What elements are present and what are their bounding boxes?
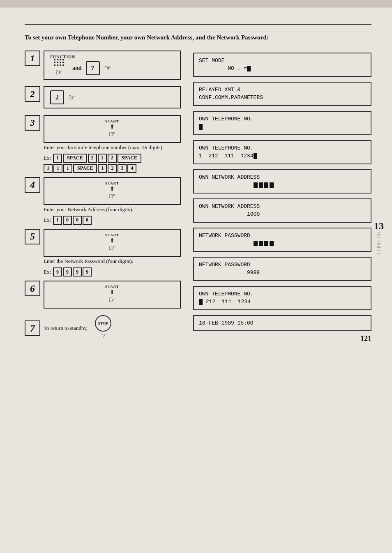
side-lines: |||||||||||||||| [377,233,381,256]
step-3-row: 3 START ⬆ ☞ [25,115,181,143]
step-1-label: FUNCTION [50,55,174,59]
step-7-number: 7 [25,320,40,336]
page-container: To set your own Telephone Number, your o… [0,0,392,553]
step-7-row: 7 To return to standby, STOP ☞ [25,315,181,341]
step-2-number: 2 [25,86,40,102]
start-hand-4: ☞ [108,191,116,201]
hand-icon-2: ☞ [68,92,76,102]
display-own-tel-cursor: OWN TELEPHONE NO. [193,111,371,135]
divider [25,24,371,25]
start-button-4: START ⬆ ☞ [50,181,174,201]
step-5-example: Ex: 9 9 9 9 [44,267,181,276]
start-hand-3: ☞ [108,129,116,139]
cursor-9 [199,299,203,305]
step-4-number: 4 [25,177,40,193]
stop-button-icon: STOP ☞ [95,315,111,341]
step-7-desc: To return to standby, [44,325,88,332]
hand-icon-1: ☞ [55,67,63,77]
step-2-box: 2 ☞ [44,86,181,108]
step-5-desc: Enter the Network Password (four digits)… [44,258,181,276]
step-1-box: FUNCTION ☞ and [44,51,181,80]
main-layout: 1 FUNCTION ☞ [25,51,371,343]
cursor-4 [254,153,257,159]
step-3-box: START ⬆ ☞ [44,115,181,143]
start-hand-6: ☞ [108,295,116,304]
content-area: To set your own Telephone Number, your o… [0,7,392,355]
intro-text: To set your own Telephone Number, your o… [25,33,371,42]
page-13-label: 13 [374,221,384,231]
step-3-desc: Enter your facsimile telephone number (m… [44,144,181,173]
display-own-tel-filled: OWN TELEPHONE NO. 1 212 111 1234 [193,140,371,164]
start-hand-5: ☞ [108,243,116,253]
start-button-6: START ⬆ ☞ [50,285,174,304]
right-column: 13 |||||||||||||||| SET MODE NO . = RELA… [193,51,371,336]
function-icons: ☞ and 7 ☞ [50,61,174,76]
and-text: and [72,65,82,71]
step-5-row: 5 START ⬆ ☞ [25,229,181,257]
bottom-page-number: 121 [360,334,371,343]
start-button-3: START ⬆ ☞ [50,119,174,139]
step-4-row: 4 START ⬆ ☞ [25,177,181,205]
step-5-box: START ⬆ ☞ [44,229,181,257]
step-3-example: Ex: 1 SPACE 2 1 2 SPACE [44,154,181,163]
display-network-addr-filled: OWN NETWORK ADDRESS 1000 [193,198,371,223]
page-number-area: 13 |||||||||||||||| [374,221,384,256]
start-button-5: START ⬆ ☞ [50,233,174,253]
display-set-mode: SET MODE NO . = [193,53,371,77]
display-net-password-cursor: NETWORK PASSWORD [193,228,371,252]
stop-circle: STOP [95,315,111,332]
display-datetime: 16-FEB-1989 15:00 [193,315,371,332]
step-3-number: 3 [25,115,40,131]
cursor-1 [247,66,251,71]
hand-icon-7: ☞ [104,63,111,73]
seven-key: 7 [86,61,100,75]
top-bar [0,0,392,7]
step-5-number: 5 [25,229,40,244]
step-3-example-2: 1 1 1 SPACE 1 2 3 4 [44,164,181,173]
step-4-desc: Enter your Network Address (four digits)… [44,206,181,225]
display-network-addr-cursor: OWN NETWORK ADDRESS [193,169,371,194]
step-2-row: 2 2 ☞ [25,86,181,108]
step-4-example: Ex: 1 0 0 0 [44,216,181,225]
grid-dots [54,59,65,67]
display-relayed-xmt: RELAYED XMT & CONF.COMM.PARAMETERS [193,82,371,106]
stop-hand: ☞ [99,331,107,341]
display-own-tel-cursor-start: OWN TELEPHONE NO. 212 111 1234 [193,286,371,310]
step-1-row: 1 FUNCTION ☞ [25,51,181,80]
cursor-3 [199,124,203,130]
display-net-password-filled: NETWORK PASSWORD 9999 [193,257,371,281]
step-1-number: 1 [25,51,40,66]
step-6-number: 6 [25,281,40,296]
two-key: 2 [50,90,64,104]
left-column: 1 FUNCTION ☞ [25,51,181,343]
step-4-box: START ⬆ ☞ [44,177,181,205]
step-6-row: 6 START ⬆ ☞ [25,281,181,309]
function-key-icon: ☞ [50,61,68,76]
step-6-box: START ⬆ ☞ [44,281,181,309]
